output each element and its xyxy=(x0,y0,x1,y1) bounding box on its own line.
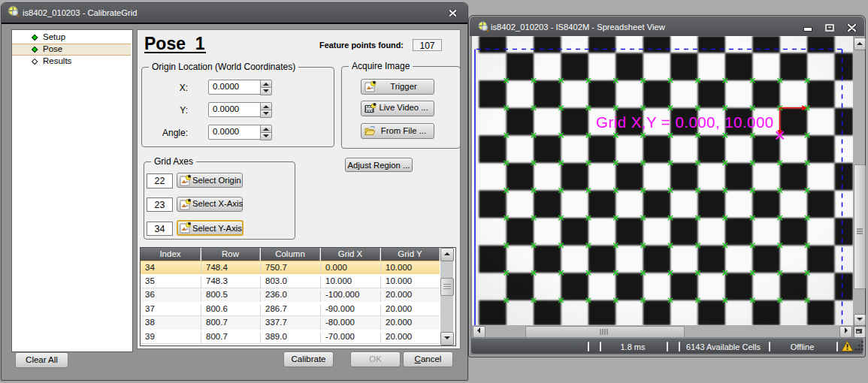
svg-text:Grid X,Y = 0.000, 10.000: Grid X,Y = 0.000, 10.000 xyxy=(596,113,774,131)
